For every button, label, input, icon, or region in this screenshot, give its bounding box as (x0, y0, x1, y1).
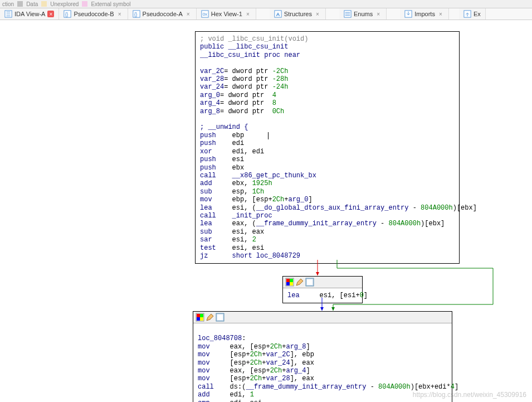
tab-structures[interactable]: A Structures × (270, 8, 326, 20)
svg-rect-26 (200, 314, 203, 317)
tab-imports[interactable]: Imports × (400, 8, 449, 20)
export-icon (463, 10, 471, 18)
tab-pseudocode-a[interactable]: {} Pseudocode-A × (128, 8, 197, 20)
graph-node-main[interactable]: ; void _libc_csu_init(void) public __lib… (195, 31, 460, 264)
node-toolbar (193, 312, 452, 323)
tab-label: IDA View-A (14, 11, 45, 17)
tab-pseudocode-b[interactable]: {} Pseudocode-B × (59, 8, 128, 20)
legend-item: ction (2, 1, 14, 7)
pencil-icon (206, 313, 214, 322)
close-icon[interactable]: × (185, 11, 192, 17)
close-icon[interactable]: × (47, 11, 54, 17)
hex-icon: 0x (201, 10, 209, 18)
tab-label: Ex (474, 11, 481, 17)
struct-icon: A (274, 10, 282, 18)
tab-label: Hex View-1 (211, 11, 242, 17)
close-icon[interactable]: × (245, 11, 251, 17)
svg-text:{}: {} (65, 12, 69, 17)
svg-rect-19 (286, 279, 290, 282)
tab-label: Pseudocode-A (143, 11, 183, 17)
svg-rect-20 (290, 279, 293, 282)
enum-icon (344, 10, 352, 18)
graph-node-lea[interactable]: lea esi, [esi+0] (282, 276, 363, 303)
close-icon[interactable]: × (437, 11, 444, 17)
svg-rect-27 (197, 317, 200, 321)
svg-rect-21 (286, 282, 290, 285)
color-icon (285, 278, 294, 287)
flag-icon (216, 313, 224, 322)
svg-rect-25 (197, 314, 200, 317)
tab-ida-view[interactable]: IDA View-A × (0, 8, 59, 20)
svg-text:A: A (276, 11, 280, 17)
legend-item: External symbol (91, 1, 130, 7)
legend-item: Data (26, 1, 38, 7)
tab-bar: IDA View-A × {} Pseudocode-B × {} Pseudo… (0, 8, 532, 20)
disasm-block[interactable]: lea esi, [esi+0] (283, 288, 362, 303)
watermark: https://blog.csdn.net/weixin_45309916 (413, 391, 526, 399)
tab-label: Imports (414, 11, 435, 17)
svg-text:{}: {} (134, 12, 137, 17)
legend-swatch (41, 1, 47, 7)
node-toolbar (283, 277, 362, 288)
tab-label: Enums (354, 11, 373, 17)
code-icon: {} (133, 10, 140, 18)
svg-text:0x: 0x (202, 12, 207, 17)
import-icon (404, 10, 412, 18)
legend-item: Unexplored (50, 1, 79, 7)
graph-node-loc8048708[interactable]: loc_8048708: mov eax, [esp+2Ch+arg_8] mo… (193, 311, 452, 402)
color-icon (196, 313, 204, 322)
disasm-block[interactable]: ; void _libc_csu_init(void) public __lib… (196, 32, 459, 263)
tab-label: Pseudocode-B (74, 11, 114, 17)
graph-icon (4, 10, 12, 18)
close-icon[interactable]: × (116, 11, 123, 17)
tab-exports[interactable]: Ex (459, 8, 486, 20)
legend-swatch (17, 1, 23, 7)
flag-icon (305, 278, 314, 287)
tab-hex-view[interactable]: 0x Hex View-1 × (197, 8, 256, 20)
tab-enums[interactable]: Enums × (339, 8, 387, 20)
disasm-block[interactable]: loc_8048708: mov eax, [esp+2Ch+arg_8] mo… (193, 323, 452, 402)
tab-label: Structures (284, 11, 312, 17)
svg-rect-22 (290, 282, 293, 285)
close-icon[interactable]: × (314, 11, 321, 17)
pencil-icon (295, 278, 304, 287)
close-icon[interactable]: × (375, 11, 382, 17)
legend-swatch (82, 1, 87, 7)
graph-view[interactable]: ; void _libc_csu_init(void) public __lib… (0, 20, 532, 402)
code-icon: {} (64, 10, 71, 18)
legend-bar: ction Data Unexplored External symbol (0, 0, 532, 8)
svg-rect-28 (200, 317, 203, 321)
